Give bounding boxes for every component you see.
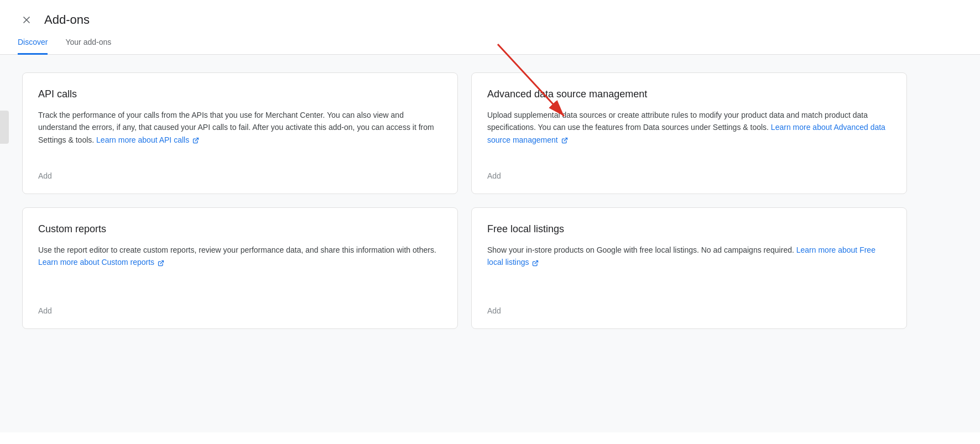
svg-line-4 (195, 138, 199, 142)
external-link-icon-4 (532, 260, 539, 267)
card-free-local-listings-description: Show your in-store products on Google wi… (487, 244, 891, 295)
tab-your-addons[interactable]: Your add-ons (65, 38, 111, 55)
page-title: Add-ons (44, 13, 90, 27)
card-custom-reports: Custom reports Use the report editor to … (22, 207, 458, 329)
card-advanced-data-source-title: Advanced data source management (487, 88, 891, 100)
card-api-calls-description: Track the performance of your calls from… (38, 109, 442, 160)
close-button[interactable] (18, 11, 35, 29)
card-custom-reports-link[interactable]: Learn more about Custom reports (38, 258, 164, 267)
cards-grid: API calls Track the performance of your … (22, 72, 907, 329)
page-container: Add-ons Discover Your add-ons API calls … (0, 0, 980, 444)
header: Add-ons (0, 0, 980, 29)
sidebar-handle[interactable] (0, 111, 9, 144)
card-advanced-data-source-add-button[interactable]: Add (487, 171, 891, 180)
card-advanced-data-source-description: Upload supplemental data sources or crea… (487, 109, 891, 160)
svg-line-7 (535, 260, 538, 264)
svg-line-5 (564, 138, 567, 142)
card-api-calls-add-button[interactable]: Add (38, 171, 442, 180)
tab-discover[interactable]: Discover (18, 38, 48, 55)
content-area: API calls Track the performance of your … (0, 55, 980, 432)
card-custom-reports-add-button[interactable]: Add (38, 306, 442, 315)
card-custom-reports-title: Custom reports (38, 223, 442, 235)
card-free-local-listings-add-button[interactable]: Add (487, 306, 891, 315)
card-free-local-listings: Free local listings Show your in-store p… (471, 207, 907, 329)
card-advanced-data-source: Advanced data source management Upload s… (471, 72, 907, 194)
card-api-calls-title: API calls (38, 88, 442, 100)
card-api-calls: API calls Track the performance of your … (22, 72, 458, 194)
external-link-icon (192, 137, 199, 144)
tabs-container: Discover Your add-ons (0, 29, 980, 55)
external-link-icon-2 (561, 137, 568, 144)
card-api-calls-link[interactable]: Learn more about API calls (96, 135, 199, 144)
svg-line-6 (160, 260, 164, 264)
card-custom-reports-description: Use the report editor to create custom r… (38, 244, 442, 295)
external-link-icon-3 (158, 260, 164, 267)
card-free-local-listings-title: Free local listings (487, 223, 891, 235)
